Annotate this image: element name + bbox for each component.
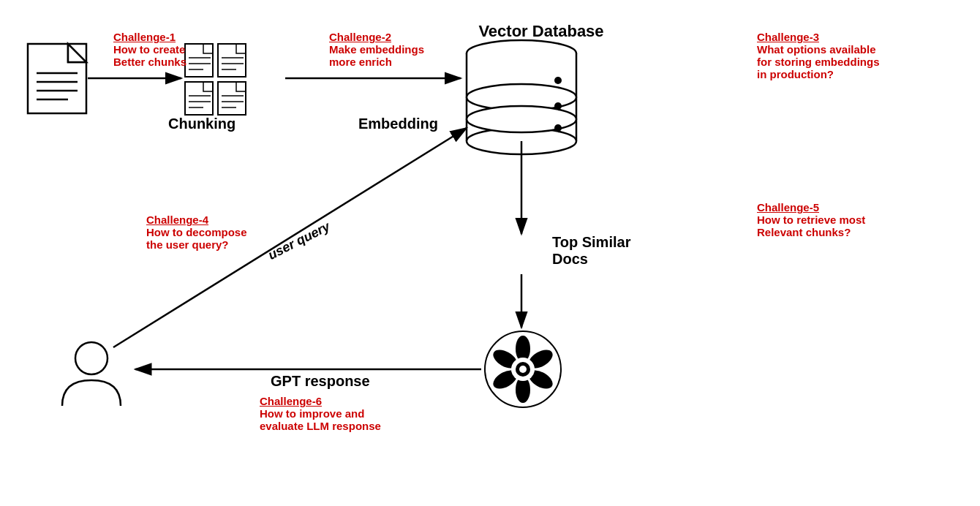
challenge-2-label: Challenge-2 Make embeddings more enrich (329, 31, 424, 68)
document-icon (28, 44, 86, 113)
challenge-5-label: Challenge-5 How to retrieve most Relevan… (757, 201, 865, 238)
vector-db-icon (467, 40, 576, 154)
diagram-container: Challenge-1 How to create Better chunks … (0, 0, 980, 506)
svg-rect-10 (218, 44, 246, 77)
svg-point-30 (554, 102, 562, 110)
chunks-icon (185, 44, 246, 115)
challenge-3-label: Challenge-3 What options available for s… (757, 31, 880, 80)
vector-db-label: Vector Database (468, 22, 614, 41)
svg-rect-18 (218, 82, 246, 115)
gpt-response-label: GPT response (271, 373, 370, 390)
svg-point-41 (519, 366, 527, 373)
svg-rect-6 (185, 44, 213, 77)
chunking-label: Chunking (168, 116, 235, 132)
top-similar-label: Top SimilarDocs (552, 234, 669, 268)
challenge-6-label: Challenge-6 How to improve and evaluate … (260, 395, 381, 432)
challenge-1-label: Challenge-1 How to create Better chunks (113, 31, 186, 68)
svg-point-42 (75, 342, 108, 374)
embedding-label: Embedding (358, 116, 438, 132)
svg-rect-14 (185, 82, 213, 115)
challenge-4-label: Challenge-4 How to decompose the user qu… (146, 214, 247, 251)
svg-point-29 (554, 77, 562, 84)
openai-icon (485, 331, 561, 407)
person-icon (62, 342, 121, 406)
svg-point-31 (554, 124, 562, 132)
